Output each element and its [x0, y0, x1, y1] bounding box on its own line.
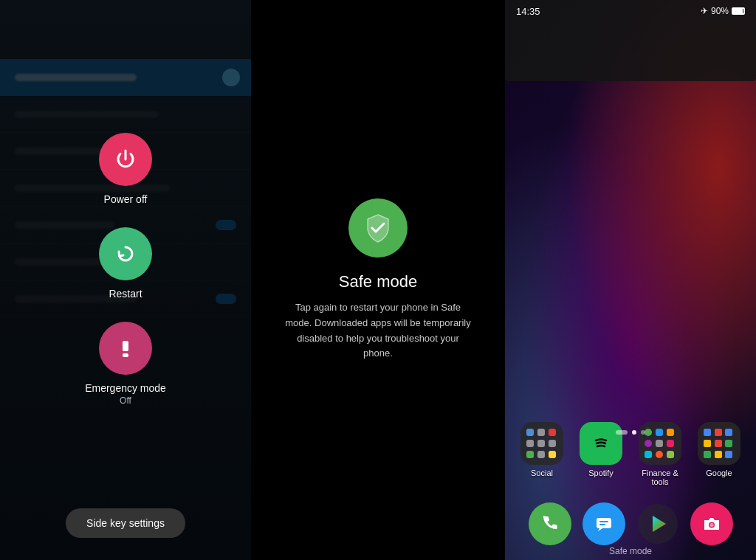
dock-camera[interactable]	[690, 502, 733, 545]
play-store-icon	[638, 504, 678, 544]
dock-play-store[interactable]	[636, 502, 679, 545]
restart-label: Restart	[109, 288, 142, 300]
safe-mode-description: Tap again to restart your phone in Safe …	[282, 300, 474, 362]
shield-check-icon	[362, 212, 394, 244]
svg-rect-0	[123, 341, 128, 351]
dock-messages[interactable]	[583, 502, 625, 545]
phone-icon	[540, 514, 560, 534]
restart-icon	[113, 241, 138, 266]
left-panel: Power off Restart Emergency mode Off	[0, 0, 251, 560]
svg-point-9	[709, 523, 713, 527]
svg-rect-4	[599, 521, 608, 522]
page-dot-2	[632, 430, 636, 435]
airplane-icon: ✈	[701, 6, 708, 16]
power-menu: Power off Restart Emergency mode Off	[0, 0, 251, 560]
finance-icon	[639, 422, 681, 465]
social-icon	[520, 422, 563, 465]
middle-panel: Safe mode Tap again to restart your phon…	[251, 0, 505, 560]
google-icon	[698, 422, 740, 465]
google-label: Google	[706, 469, 732, 477]
battery-icon	[732, 7, 745, 15]
page-dot-3	[641, 430, 645, 435]
emergency-item[interactable]: Emergency mode Off	[85, 322, 166, 406]
finance-label: Finance & tools	[635, 469, 685, 486]
svg-rect-1	[123, 353, 128, 357]
safe-mode-shield-icon[interactable]	[348, 198, 408, 257]
status-bar: 14:35 ✈ 90%	[505, 0, 756, 22]
emergency-label: Emergency mode	[85, 382, 166, 394]
battery-percentage: 90%	[711, 6, 729, 16]
emergency-sublabel: Off	[120, 395, 131, 406]
right-panel: 14:35 ✈ 90% Social	[505, 0, 756, 560]
social-label: Social	[531, 469, 553, 477]
safe-mode-title: Safe mode	[339, 272, 417, 291]
page-dots	[505, 430, 756, 435]
emergency-icon	[113, 336, 138, 361]
dock-phone[interactable]	[529, 502, 571, 545]
restart-icon-circle	[99, 227, 152, 280]
power-off-label: Power off	[104, 193, 148, 205]
status-icons: ✈ 90%	[701, 6, 745, 16]
power-off-icon-circle	[99, 133, 152, 186]
svg-rect-5	[599, 524, 605, 525]
dock	[505, 502, 756, 545]
page-dot-1	[616, 430, 628, 435]
status-time: 14:35	[516, 6, 540, 17]
emergency-icon-circle	[99, 322, 152, 375]
camera-icon	[701, 514, 722, 534]
safe-mode-bottom-label: Safe mode	[505, 546, 756, 556]
messages-icon	[594, 514, 614, 534]
power-off-item[interactable]: Power off	[99, 133, 152, 205]
restart-item[interactable]: Restart	[99, 227, 152, 300]
spotify-logo-icon	[588, 431, 614, 456]
side-key-settings-button[interactable]: Side key settings	[66, 508, 185, 538]
svg-rect-3	[597, 518, 611, 528]
spotify-label: Spotify	[588, 469, 614, 477]
power-icon	[113, 147, 138, 172]
spotify-icon	[580, 422, 622, 465]
